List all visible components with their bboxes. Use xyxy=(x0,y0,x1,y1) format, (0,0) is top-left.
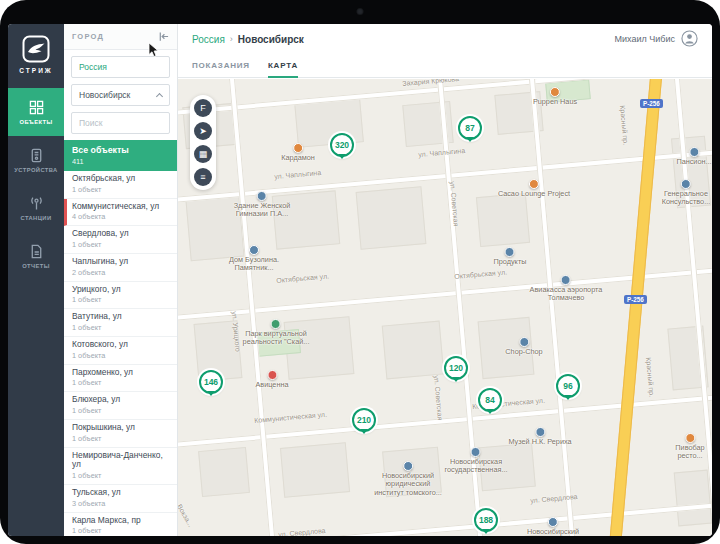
collapse-panel-button[interactable] xyxy=(158,31,169,42)
street-object-count: 4 объекта xyxy=(72,212,169,221)
country-select-value: Россия xyxy=(79,62,107,72)
breadcrumb: Россия › Новосибирск xyxy=(192,34,304,45)
city-select-value: Новосибирск xyxy=(79,90,130,100)
sidebar-item-label: ОТЧЕТЫ xyxy=(22,263,50,269)
all-objects-label: Все объекты xyxy=(72,145,169,155)
tab-map[interactable]: КАРТА xyxy=(268,54,298,77)
street-name: Коммунистическая, ул xyxy=(72,202,169,212)
street-object-count: 1 объект xyxy=(72,406,169,415)
street-object-count: 1 объект xyxy=(72,185,169,194)
filter-button[interactable]: F xyxy=(194,99,212,117)
street-list-item[interactable]: Пархоменко, ул 1 объект xyxy=(64,365,177,393)
street-object-count: 3 объекта xyxy=(72,499,169,508)
breadcrumb-city: Новосибирск xyxy=(238,34,304,45)
cluster-marker[interactable]: 120 xyxy=(444,356,468,380)
street-object-count: 2 объекта xyxy=(72,268,169,277)
user-menu[interactable]: Михаил Чибис xyxy=(615,30,698,49)
street-name: Немировича-Данченко, ул xyxy=(72,451,169,470)
cluster-marker[interactable]: 84 xyxy=(478,388,502,412)
map[interactable]: Захария Крюковаул. Чаплыгинаул. Чаплыгин… xyxy=(178,79,712,536)
sidebar-item-label: УСТРОЙСТВА xyxy=(14,167,57,173)
street-name: Ватутина, ул xyxy=(72,312,169,322)
street-list-item[interactable]: Свердлова, ул 1 объект xyxy=(64,226,177,254)
street-list-item[interactable]: Тульская, ул 3 объекта xyxy=(64,485,177,513)
map-toolbar: F➤▦≡ xyxy=(190,95,216,190)
cluster-marker[interactable]: 87 xyxy=(458,116,482,140)
street-object-count: 1 объект xyxy=(72,378,169,387)
sidebar-item-stations[interactable]: СТАНЦИИ xyxy=(8,184,64,232)
sidebar-item-devices[interactable]: УСТРОЙСТВА xyxy=(8,136,64,184)
panel-header: ГОРОД xyxy=(64,24,177,50)
stations-icon xyxy=(29,196,44,211)
tab-readings[interactable]: ПОКАЗАНИЯ xyxy=(192,54,250,77)
sidebar-item-label: ОБЪЕКТЫ xyxy=(19,119,52,125)
street-object-count: 1 объект xyxy=(72,323,169,332)
street-list-item[interactable]: Котовского, ул 1 объекта xyxy=(64,337,177,365)
street-list-item[interactable]: Ватутина, ул 1 объект xyxy=(64,309,177,337)
user-name: Михаил Чибис xyxy=(615,34,675,44)
app-screen: СТРИЖ ОБЪЕКТЫ УСТРОЙСТВА СТАНЦИИ ОТЧЕТЫ … xyxy=(8,24,712,536)
street-name: Покрышкина, ул xyxy=(72,423,169,433)
objects-icon xyxy=(29,100,44,115)
street-list-item[interactable]: Октябрьская, ул 1 объект xyxy=(64,171,177,199)
street-name: Пархоменко, ул xyxy=(72,368,169,378)
street-list-item[interactable]: Коммунистическая, ул 4 объекта xyxy=(64,199,177,227)
sidebar-nav: ОБЪЕКТЫ УСТРОЙСТВА СТАНЦИИ ОТЧЕТЫ xyxy=(8,88,64,280)
street-list-item[interactable]: Карла Маркса, пр 1 объект xyxy=(64,513,177,536)
street-object-count: 1 объект xyxy=(72,526,169,535)
devices-icon xyxy=(29,148,44,163)
sidebar: СТРИЖ ОБЪЕКТЫ УСТРОЙСТВА СТАНЦИИ ОТЧЕТЫ xyxy=(8,24,64,536)
menu-button[interactable]: ≡ xyxy=(194,168,212,186)
cluster-marker[interactable]: 210 xyxy=(352,408,376,432)
street-name: Блюхера, ул xyxy=(72,395,169,405)
breadcrumb-separator: › xyxy=(230,34,233,44)
street-object-count: 1 объект xyxy=(72,295,169,304)
sidebar-item-reports[interactable]: ОТЧЕТЫ xyxy=(8,232,64,280)
app-logo: СТРИЖ xyxy=(8,24,64,74)
street-object-count: 1 объект xyxy=(72,240,169,249)
street-name: Чаплыгина, ул xyxy=(72,257,169,267)
search-input[interactable] xyxy=(71,112,170,134)
all-objects-count: 411 xyxy=(72,157,169,166)
chevron-up-icon xyxy=(156,93,163,100)
reports-icon xyxy=(29,244,44,259)
location-button[interactable]: ➤ xyxy=(194,122,212,140)
logo-label: СТРИЖ xyxy=(8,67,64,74)
street-name: Октябрьская, ул xyxy=(72,174,169,184)
country-select[interactable]: Россия xyxy=(71,56,170,78)
cluster-marker[interactable]: 320 xyxy=(330,133,354,157)
sidebar-item-label: СТАНЦИИ xyxy=(21,215,52,221)
camera-dot xyxy=(357,8,364,15)
all-objects-item[interactable]: Все объекты 411 xyxy=(64,140,177,171)
marker-layer: 320871462101208496188 xyxy=(178,79,712,536)
street-object-count: 1 объект xyxy=(72,471,169,480)
street-name: Карла Маркса, пр xyxy=(72,516,169,526)
cluster-marker[interactable]: 188 xyxy=(474,508,498,532)
street-list-item[interactable]: Урицкого, ул 1 объект xyxy=(64,282,177,310)
panel-title: ГОРОД xyxy=(72,32,104,41)
street-object-count: 1 объекта xyxy=(72,351,169,360)
street-object-count: 1 объект xyxy=(72,434,169,443)
breadcrumb-country[interactable]: Россия xyxy=(192,34,225,45)
tab-bar: ПОКАЗАНИЯКАРТА xyxy=(178,54,712,78)
street-name: Котовского, ул xyxy=(72,340,169,350)
street-list-item[interactable]: Немировича-Данченко, ул 1 объект xyxy=(64,448,177,485)
cluster-marker[interactable]: 146 xyxy=(199,370,223,394)
city-panel: ГОРОД Россия Новосибирск Все объекты 411 xyxy=(64,24,178,536)
street-name: Тульская, ул xyxy=(72,488,169,498)
street-list-item[interactable]: Блюхера, ул 1 объект xyxy=(64,392,177,420)
street-list-item[interactable]: Покрышкина, ул 1 объект xyxy=(64,420,177,448)
street-name: Свердлова, ул xyxy=(72,229,169,239)
city-select[interactable]: Новосибирск xyxy=(71,84,170,106)
cluster-marker[interactable]: 96 xyxy=(556,374,580,398)
sidebar-item-objects[interactable]: ОБЪЕКТЫ xyxy=(8,88,64,136)
layers-button[interactable]: ▦ xyxy=(194,145,212,163)
device-frame: СТРИЖ ОБЪЕКТЫ УСТРОЙСТВА СТАНЦИИ ОТЧЕТЫ … xyxy=(0,0,720,544)
main-header: Россия › Новосибирск Михаил Чибис xyxy=(178,24,712,54)
avatar-icon xyxy=(681,30,698,49)
street-name: Урицкого, ул xyxy=(72,285,169,295)
street-list-item[interactable]: Чаплыгина, ул 2 объекта xyxy=(64,254,177,282)
street-list: Октябрьская, ул 1 объект Коммунистическа… xyxy=(64,171,177,536)
swift-bird-icon xyxy=(8,35,64,63)
main-content: Россия › Новосибирск Михаил Чибис ПОК xyxy=(178,24,712,536)
